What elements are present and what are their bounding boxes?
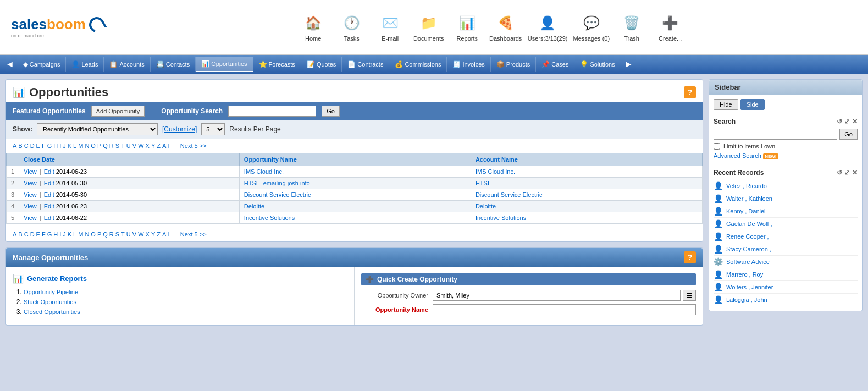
alpha-bottom-z[interactable]: Z bbox=[157, 231, 161, 238]
alpha-q[interactable]: Q bbox=[103, 142, 108, 149]
alpha-bottom-e[interactable]: E bbox=[36, 231, 40, 238]
nav-tasks[interactable]: 🕐 Tasks bbox=[335, 13, 368, 42]
account-name-link[interactable]: Incentive Solutions bbox=[476, 214, 526, 221]
alpha-r[interactable]: R bbox=[109, 142, 114, 149]
recent-record-link[interactable]: Wolters , Jennifer bbox=[726, 284, 773, 290]
alpha-bottom-l[interactable]: L bbox=[73, 231, 76, 238]
view-link[interactable]: View bbox=[24, 203, 37, 210]
alpha-m[interactable]: M bbox=[78, 142, 83, 149]
module-nav-leads[interactable]: 👤Leads bbox=[66, 57, 104, 72]
add-opportunity-button[interactable]: Add Opportunity bbox=[91, 106, 145, 117]
nav-arrow-right[interactable]: ► bbox=[621, 59, 637, 69]
manage-help-button[interactable]: ? bbox=[684, 251, 696, 263]
opportunity-name-link[interactable]: IMS Cloud Inc. bbox=[244, 168, 284, 175]
nav-create[interactable]: ➕ Create... bbox=[654, 13, 687, 42]
customize-link[interactable]: [Customize] bbox=[162, 125, 197, 133]
alpha-i[interactable]: I bbox=[59, 142, 61, 149]
recent-record-link[interactable]: Gaelan De Wolf , bbox=[726, 221, 772, 227]
module-nav-quotes[interactable]: 📝Quotes bbox=[301, 57, 342, 72]
recent-record-link[interactable]: Renee Cooper , bbox=[726, 233, 769, 240]
alpha-k[interactable]: K bbox=[68, 142, 71, 149]
limit-checkbox[interactable] bbox=[714, 143, 720, 150]
alpha-bottom-h[interactable]: H bbox=[53, 231, 58, 238]
alpha-bottom-o[interactable]: O bbox=[91, 231, 96, 238]
module-nav-contacts[interactable]: 📇Contacts bbox=[151, 57, 196, 72]
alpha-bottom-k[interactable]: K bbox=[68, 231, 71, 238]
opportunity-name-link[interactable]: Incentive Solutions bbox=[244, 214, 295, 221]
close-icon[interactable]: ✕ bbox=[852, 118, 858, 125]
edit-link[interactable]: Edit bbox=[44, 191, 54, 198]
alpha-bottom-x[interactable]: X bbox=[146, 231, 150, 238]
alpha-bottom-i[interactable]: I bbox=[59, 231, 61, 238]
owner-input[interactable] bbox=[433, 290, 681, 301]
module-nav-solutions[interactable]: 💡Solutions bbox=[574, 57, 621, 72]
alpha-w[interactable]: W bbox=[138, 142, 143, 149]
alpha-bottom-n[interactable]: N bbox=[85, 231, 89, 238]
module-nav-products[interactable]: 📦Products bbox=[491, 57, 536, 72]
edit-link[interactable]: Edit bbox=[44, 168, 54, 175]
alpha-bottom-f[interactable]: F bbox=[42, 231, 46, 238]
advanced-search-link[interactable]: Advanced Search bbox=[714, 152, 761, 159]
alpha-bottom-t[interactable]: T bbox=[121, 231, 125, 238]
alpha-bottom-y[interactable]: Y bbox=[151, 231, 155, 238]
alpha-u[interactable]: U bbox=[126, 142, 131, 149]
nav-arrow-left[interactable]: ◄ bbox=[2, 59, 18, 69]
show-select[interactable]: Recently Modified Opportunities All Oppo… bbox=[37, 123, 158, 135]
col-opportunity-name[interactable]: Opportunity Name bbox=[239, 153, 471, 166]
opp-name-sort[interactable]: Opportunity Name bbox=[244, 156, 297, 163]
recent-expand-icon[interactable]: ⤢ bbox=[844, 169, 850, 177]
alpha-l[interactable]: L bbox=[73, 142, 76, 149]
next-link-top[interactable]: Next 5 >> bbox=[180, 142, 207, 149]
view-link[interactable]: View bbox=[24, 214, 37, 221]
alpha-f[interactable]: F bbox=[42, 142, 46, 149]
alpha-j[interactable]: J bbox=[63, 142, 66, 149]
alpha-x[interactable]: X bbox=[146, 142, 150, 149]
sidebar-go-button[interactable]: Go bbox=[839, 129, 858, 140]
alpha-bottom-a[interactable]: A bbox=[13, 231, 16, 238]
alpha-bottom-d[interactable]: D bbox=[30, 231, 35, 238]
opportunity-name-link[interactable]: Deloitte bbox=[244, 203, 264, 210]
alpha-bottom-g[interactable]: G bbox=[47, 231, 52, 238]
edit-link[interactable]: Edit bbox=[44, 180, 54, 186]
nav-messages[interactable]: 💬 Messages (0) bbox=[573, 13, 610, 42]
opportunity-pipeline-link[interactable]: Opportunity Pipeline bbox=[24, 289, 78, 295]
alpha-a[interactable]: A bbox=[13, 142, 16, 149]
owner-select-button[interactable]: ☰ bbox=[683, 290, 696, 301]
module-nav-opportunities[interactable]: 📊Opportunities bbox=[196, 57, 253, 72]
next-link-bottom[interactable]: Next 5 >> bbox=[180, 231, 207, 238]
refresh-icon[interactable]: ↺ bbox=[837, 118, 842, 125]
sidebar-tab-hide[interactable]: Hide bbox=[714, 99, 738, 110]
col-close-date[interactable]: Close Date bbox=[19, 153, 240, 166]
nav-email[interactable]: ✉️ E-mail bbox=[374, 13, 407, 42]
nav-home[interactable]: 🏠 Home bbox=[297, 13, 330, 42]
alpha-bottom-q[interactable]: Q bbox=[103, 231, 108, 238]
alpha-all[interactable]: All bbox=[162, 142, 169, 149]
nav-trash[interactable]: 🗑️ Trash bbox=[615, 13, 648, 42]
opportunity-search-input[interactable] bbox=[228, 106, 316, 117]
edit-link[interactable]: Edit bbox=[44, 214, 54, 221]
alpha-c[interactable]: C bbox=[24, 142, 29, 149]
sidebar-search-input[interactable] bbox=[714, 129, 837, 140]
alpha-n[interactable]: N bbox=[85, 142, 89, 149]
module-nav-cases[interactable]: 📌Cases bbox=[536, 57, 574, 72]
alpha-bottom-b[interactable]: B bbox=[18, 231, 22, 238]
alpha-t[interactable]: T bbox=[121, 142, 125, 149]
closed-opportunities-link[interactable]: Closed Opportunities bbox=[24, 309, 80, 315]
alpha-v[interactable]: V bbox=[132, 142, 136, 149]
alpha-bottom-j[interactable]: J bbox=[63, 231, 66, 238]
alpha-b[interactable]: B bbox=[18, 142, 22, 149]
alpha-s[interactable]: S bbox=[115, 142, 119, 149]
stuck-opportunities-link[interactable]: Stuck Opportunities bbox=[24, 299, 76, 305]
alpha-z[interactable]: Z bbox=[157, 142, 161, 149]
module-nav-commissions[interactable]: 💰Commissions bbox=[389, 57, 447, 72]
alpha-o[interactable]: O bbox=[91, 142, 96, 149]
alpha-e[interactable]: E bbox=[36, 142, 40, 149]
opportunity-name-link[interactable]: HTSI - emailing josh info bbox=[244, 180, 310, 186]
results-per-page-select[interactable]: 5 10 25 50 bbox=[201, 123, 225, 135]
alpha-y[interactable]: Y bbox=[151, 142, 155, 149]
recent-record-link[interactable]: Marrero , Roy bbox=[726, 271, 763, 278]
module-nav-accounts[interactable]: 📋Accounts bbox=[104, 57, 150, 72]
alpha-bottom-u[interactable]: U bbox=[126, 231, 131, 238]
account-name-link[interactable]: Discount Service Electric bbox=[476, 191, 543, 198]
alpha-bottom-all[interactable]: All bbox=[162, 231, 169, 238]
